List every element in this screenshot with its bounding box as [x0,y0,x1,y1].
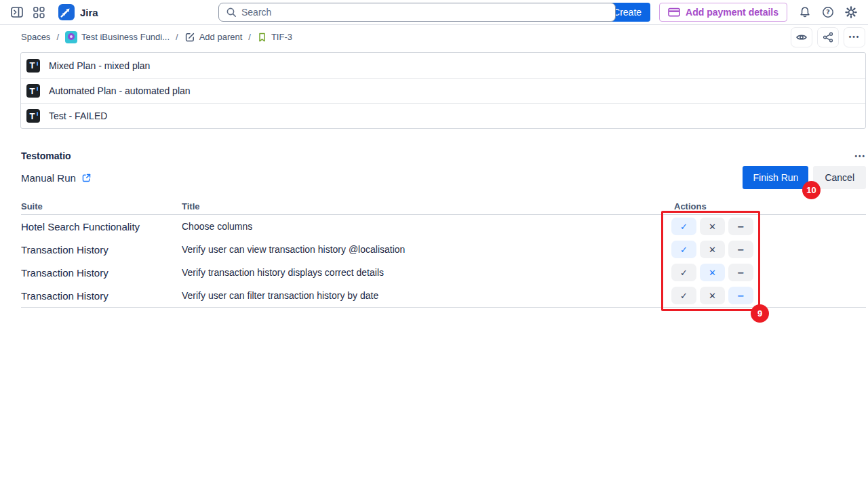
gear-icon [845,6,857,18]
app-name: Jira [80,7,98,18]
pass-button[interactable]: ✓ [671,241,696,258]
watch-button[interactable] [791,27,812,47]
share-button[interactable] [817,27,839,47]
add-payment-details-button[interactable]: Add payment details [659,3,787,22]
table-body: Hotel Search FunctionalityChoose columns… [21,215,866,308]
expand-sidebar-button[interactable] [11,7,23,18]
share-icon [823,32,833,43]
finish-run-button[interactable]: Finish Run [743,166,808,189]
breadcrumb-spaces[interactable]: Spaces [21,32,50,42]
edit-icon [184,32,195,43]
breadcrumb-separator: / [248,32,251,42]
actions-cell: ✓✕− [671,218,866,235]
list-item[interactable]: TMixed Plan - mixed plan [21,53,865,78]
external-link-icon[interactable] [81,173,92,183]
pass-button[interactable]: ✓ [671,287,696,304]
actions-cell: ✓✕− [671,287,866,304]
breadcrumb: Spaces / Test iBusiness Fundi... / Add p… [21,31,292,43]
jira-home-link[interactable]: Jira [58,4,98,20]
ellipsis-icon: ••• [854,152,866,160]
suite-cell: Hotel Search Functionality [21,221,182,232]
breadcrumb-issue-label: TIF-3 [271,32,292,42]
search-icon [226,7,237,18]
suite-cell: Transaction History [21,244,182,256]
skip-button[interactable]: − [728,287,753,304]
help-button[interactable]: ? [822,6,834,18]
title-cell: Choose columns [182,221,671,232]
fail-button[interactable]: ✕ [700,241,725,258]
list-item[interactable]: TTest - FAILED [21,103,865,128]
testomatio-logo-icon: T [26,59,40,73]
eye-icon [795,32,808,43]
svg-text:?: ? [826,8,830,16]
column-header-actions: Actions [671,201,866,211]
pass-button[interactable]: ✓ [671,218,696,235]
testomatio-logo-icon: T [26,109,40,123]
column-header-title: Title [182,201,671,211]
fail-button[interactable]: ✕ [700,264,725,281]
plans-list: TMixed Plan - mixed planTAutomated Plan … [20,52,866,129]
title-cell: Verify user can view transaction history… [182,244,671,255]
actions-cell: ✓✕− [671,264,866,281]
breadcrumb-separator: / [176,32,178,42]
app-switcher-button[interactable] [33,7,45,18]
title-cell: Verify transaction history displays corr… [182,267,671,278]
section-title: Testomatio [21,150,71,161]
question-circle-icon: ? [822,6,834,18]
more-actions-button[interactable]: ••• [844,27,865,47]
fail-button[interactable]: ✕ [700,287,725,304]
suite-cell: Transaction History [21,267,182,279]
suite-cell: Transaction History [21,290,182,302]
jira-logo-icon [58,4,75,20]
pass-button[interactable]: ✓ [671,264,696,281]
notifications-button[interactable] [799,6,811,18]
skip-button[interactable]: − [728,241,753,258]
breadcrumb-issue[interactable]: TIF-3 [257,32,292,43]
testomatio-section: Testomatio ••• Manual Run Finish Run Can… [21,150,866,308]
bookmark-icon [257,32,267,43]
run-title: Manual Run [21,172,76,184]
bell-icon [799,6,811,18]
top-navigation-bar: Jira + Create Add payment details [0,0,868,25]
expand-sidebar-icon [11,7,23,18]
create-button-label: Create [613,7,642,18]
search-input[interactable] [241,7,608,18]
add-payment-details-label: Add payment details [686,7,778,18]
skip-button[interactable]: − [728,218,753,235]
title-cell: Verify user can filter transaction histo… [182,290,671,301]
credit-card-icon [668,7,680,18]
table-row: Transaction HistoryVerify user can view … [21,238,866,261]
page: Jira + Create Add payment details [0,0,868,488]
annotation-badge-9: 9 [751,304,769,323]
plan-label: Test - FAILED [49,110,107,121]
table-row: Hotel Search FunctionalityChoose columns… [21,215,866,238]
column-header-suite: Suite [21,201,182,211]
settings-button[interactable] [845,6,857,18]
plan-label: Automated Plan - automated plan [49,85,191,96]
section-more-button[interactable]: ••• [854,152,866,160]
test-run-table: Suite Title Actions Hotel Search Functio… [21,198,866,308]
skip-button[interactable]: − [728,264,753,281]
search-bar[interactable] [218,3,616,22]
list-item[interactable]: TAutomated Plan - automated plan [21,78,865,103]
testomatio-logo-icon: T [26,84,40,98]
breadcrumb-separator: / [56,32,59,42]
table-row: Transaction HistoryVerify user can filte… [21,284,866,307]
breadcrumb-project-label: Test iBusiness Fundi... [81,32,170,42]
breadcrumb-project[interactable]: Test iBusiness Fundi... [65,31,170,43]
breadcrumb-add-parent[interactable]: Add parent [184,32,243,43]
table-row: Transaction HistoryVerify transaction hi… [21,261,866,284]
actions-cell: ✓✕− [671,241,866,258]
breadcrumb-bar: Spaces / Test iBusiness Fundi... / Add p… [0,25,868,49]
app-switcher-grid-icon [33,7,45,18]
ellipsis-icon: ••• [849,33,861,41]
table-header: Suite Title Actions [21,198,866,215]
project-avatar [65,31,77,43]
plan-label: Mixed Plan - mixed plan [49,60,150,71]
fail-button[interactable]: ✕ [700,218,725,235]
annotation-badge-10: 10 [802,181,821,199]
breadcrumb-add-parent-label: Add parent [199,32,243,42]
cancel-button[interactable]: Cancel [813,166,866,189]
